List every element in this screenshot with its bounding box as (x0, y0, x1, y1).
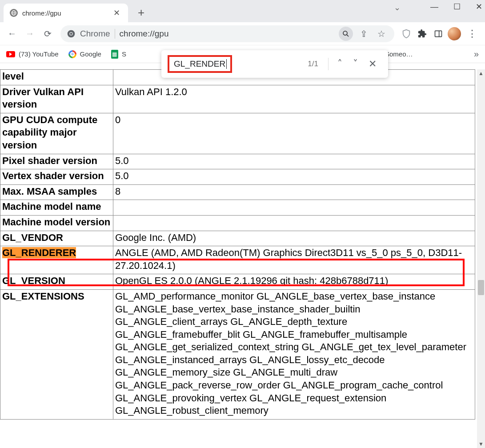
table-row: GL_EXTENSIONSGL_AMD_performance_monitor … (0, 289, 475, 419)
tab-search-dropdown-icon[interactable]: ⌄ (394, 3, 401, 12)
side-panel-icon[interactable] (432, 27, 445, 40)
navigation-toolbar: ← → ⟳ Chrome chrome://gpu ⇪ ☆ ⋮ (0, 22, 485, 45)
gpu-property-name: GL_VENDOR (0, 231, 113, 246)
table-row: GL_VERSIONOpenGL ES 2.0.0 (ANGLE 2.1.192… (0, 274, 475, 290)
new-tab-button[interactable]: + (134, 6, 148, 22)
table-row: Machine model name (0, 200, 475, 216)
scrollbar-track[interactable] (477, 77, 485, 440)
find-next-button[interactable]: ˅ (348, 56, 363, 72)
address-divider (115, 29, 115, 39)
minimize-button[interactable]: — (430, 2, 438, 12)
gpu-property-value: OpenGL ES 2.0.0 (ANGLE 2.1.19296 git has… (113, 274, 475, 290)
table-row: Machine model version (0, 215, 475, 231)
extensions-puzzle-icon[interactable] (416, 27, 429, 40)
find-prev-button[interactable]: ˄ (332, 56, 348, 72)
table-row: GPU CUDA compute capability major versio… (0, 113, 475, 154)
find-in-page-bar: 1/1 ˄ ˅ ✕ (161, 50, 388, 78)
bookmark-label: (73) YouTube (19, 50, 59, 58)
tab-title: chrome://gpu (22, 9, 112, 17)
scrollbar-thumb[interactable] (478, 280, 484, 295)
bookmark-sheets[interactable]: ▦ S (111, 50, 126, 59)
find-highlight: GL_RENDERER (2, 247, 76, 258)
vertical-scrollbar[interactable]: ▲ ▼ (477, 69, 485, 448)
chrome-menu-button[interactable]: ⋮ (464, 28, 481, 40)
gpu-property-name: Driver Vulkan API version (0, 85, 113, 113)
table-row: GL_RENDERERANGLE (AMD, AMD Radeon(TM) Gr… (0, 246, 475, 274)
find-separator (328, 58, 329, 70)
gpu-property-name: Machine model name (0, 200, 113, 216)
share-icon[interactable]: ⇪ (357, 28, 370, 39)
gpu-property-value: 5.0 (113, 154, 475, 169)
find-input-highlight-box (168, 55, 232, 73)
extension-shield-icon[interactable] (400, 27, 413, 40)
page-content: levelDriver Vulkan API versionVulkan API… (0, 69, 475, 448)
svg-point-6 (343, 31, 347, 35)
table-row: Driver Vulkan API versionVulkan API 1.2.… (0, 85, 475, 113)
gpu-property-value: 0 (113, 113, 475, 154)
gpu-property-value: 5.0 (113, 169, 475, 185)
address-bar[interactable]: Chrome chrome://gpu ⇪ ☆ (60, 25, 394, 42)
reload-button[interactable]: ⟳ (40, 26, 55, 41)
text-cursor (226, 59, 227, 69)
scroll-up-button[interactable]: ▲ (477, 69, 485, 77)
address-scheme-label: Chrome (80, 29, 110, 39)
gpu-property-name: GPU CUDA compute capability major versio… (0, 113, 113, 154)
bookmark-label: S (122, 50, 126, 58)
scroll-down-button[interactable]: ▼ (477, 440, 485, 448)
youtube-icon (6, 51, 15, 57)
chrome-icon (67, 29, 76, 38)
gpu-property-name: GL_VERSION (0, 274, 113, 290)
table-row: Vertex shader version5.0 (0, 169, 475, 185)
bookmark-google[interactable]: Google (68, 50, 101, 58)
gpu-property-value: Vulkan API 1.2.0 (113, 85, 475, 113)
sheets-icon: ▦ (111, 50, 118, 59)
titlebar: chrome://gpu ✕ + ⌄ — ☐ ✕ (0, 0, 485, 22)
table-row: GL_VENDORGoogle Inc. (AMD) (0, 231, 475, 246)
google-icon (68, 50, 76, 58)
gpu-property-value (113, 215, 475, 231)
address-url-text: chrome://gpu (120, 29, 334, 39)
table-row: Max. MSAA samples8 (0, 184, 475, 200)
find-in-page-icon[interactable] (339, 27, 353, 41)
profile-avatar[interactable] (448, 27, 461, 40)
gpu-property-name: GL_RENDERER (0, 246, 113, 274)
gpu-property-value: GL_AMD_performance_monitor GL_ANGLE_base… (113, 289, 475, 419)
back-button[interactable]: ← (4, 26, 20, 41)
find-close-button[interactable]: ✕ (363, 56, 382, 72)
gpu-property-name: level (0, 70, 113, 85)
gpu-property-name: Vertex shader version (0, 169, 113, 185)
bookmark-star-icon[interactable]: ☆ (375, 28, 388, 39)
bookmark-youtube[interactable]: (73) YouTube (6, 50, 59, 58)
gpu-property-value: 8 (113, 184, 475, 200)
gpu-property-value (113, 200, 475, 216)
table-row: Pixel shader version5.0 (0, 154, 475, 169)
gpu-info-table: levelDriver Vulkan API versionVulkan API… (0, 69, 475, 420)
globe-icon (10, 9, 18, 17)
gpu-property-value: Google Inc. (AMD) (113, 231, 475, 246)
svg-rect-8 (435, 31, 442, 36)
gpu-property-name: Machine model version (0, 215, 113, 231)
svg-line-7 (347, 35, 349, 36)
gpu-property-name: Pixel shader version (0, 154, 113, 169)
tab-close-button[interactable]: ✕ (112, 6, 122, 20)
find-match-count: 1/1 (308, 60, 318, 68)
bookmark-label: Google (80, 50, 101, 58)
gpu-property-name: GL_EXTENSIONS (0, 289, 113, 419)
gpu-property-value: ANGLE (AMD, AMD Radeon(TM) Graphics Dire… (113, 246, 475, 274)
maximize-button[interactable]: ☐ (453, 2, 461, 12)
close-window-button[interactable]: ✕ (476, 2, 482, 12)
browser-tab[interactable]: chrome://gpu ✕ (4, 4, 128, 22)
svg-point-5 (70, 32, 72, 35)
bookmarks-overflow-button[interactable]: » (474, 49, 479, 59)
find-input[interactable] (173, 59, 226, 69)
forward-button[interactable]: → (22, 26, 37, 41)
gpu-property-name: Max. MSAA samples (0, 184, 113, 200)
window-controls: — ☐ ✕ (430, 2, 482, 12)
